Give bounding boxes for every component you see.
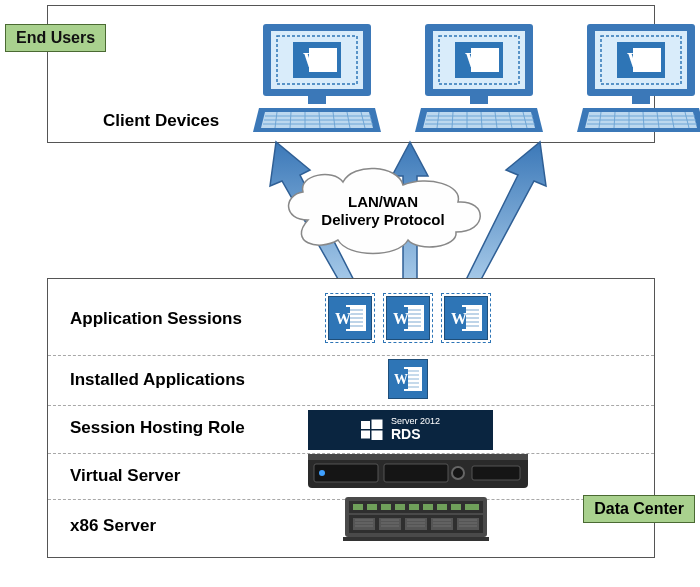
svg-rect-126	[343, 537, 489, 541]
delivery-cloud: LAN/WAN Delivery Protocol	[278, 175, 488, 255]
svg-rect-6	[308, 96, 326, 104]
svg-rect-98	[367, 504, 377, 510]
svg-rect-83	[361, 421, 370, 429]
svg-rect-84	[371, 420, 382, 430]
virtual-server-icon	[308, 452, 528, 492]
cloud-line2: Delivery Protocol	[321, 211, 444, 228]
client-device: W	[415, 22, 543, 137]
svg-rect-103	[437, 504, 447, 510]
svg-text:W: W	[465, 49, 485, 71]
svg-rect-40	[632, 96, 650, 104]
layer-label-virtual-server: Virtual Server	[70, 466, 180, 486]
svg-rect-99	[381, 504, 391, 510]
layer-label-x86-server: x86 Server	[70, 516, 156, 536]
layer-label-installed-apps: Installed Applications	[70, 370, 245, 390]
svg-rect-100	[395, 504, 405, 510]
svg-rect-85	[361, 431, 370, 439]
end-users-badge: End Users	[5, 24, 106, 52]
rds-role: RDS	[391, 427, 440, 442]
architecture-diagram: End Users Client Devices W	[0, 0, 700, 587]
svg-rect-23	[470, 96, 488, 104]
windows-logo-icon	[361, 419, 383, 441]
rds-badge: Server 2012 RDS	[308, 410, 493, 450]
svg-rect-104	[451, 504, 461, 510]
svg-text:W: W	[393, 310, 409, 327]
client-device: W	[253, 22, 381, 137]
session-word-icon: W	[383, 293, 433, 343]
svg-rect-105	[465, 504, 479, 510]
client-device: W	[577, 22, 700, 137]
cloud-line1: LAN/WAN	[348, 193, 418, 210]
x86-server-icon	[343, 495, 489, 543]
client-devices-label: Client Devices	[103, 111, 219, 131]
svg-rect-91	[384, 464, 448, 482]
svg-point-90	[319, 470, 325, 476]
session-word-icon: W	[441, 293, 491, 343]
session-icons-row: W W W	[325, 293, 491, 343]
svg-rect-88	[308, 454, 528, 460]
client-tier-box: Client Devices W	[47, 5, 655, 143]
svg-rect-101	[409, 504, 419, 510]
word-icon: W	[386, 296, 430, 340]
client-devices-row: W W	[253, 22, 649, 137]
svg-rect-97	[353, 504, 363, 510]
svg-text:W: W	[303, 49, 323, 71]
svg-rect-102	[423, 504, 433, 510]
installed-word-icon: W	[388, 359, 428, 399]
layer-label-app-sessions: Application Sessions	[70, 309, 242, 329]
layer-label-session-hosting: Session Hosting Role	[70, 418, 245, 438]
word-icon: W	[444, 296, 488, 340]
svg-rect-86	[371, 431, 382, 441]
cloud-label: LAN/WAN Delivery Protocol	[278, 193, 488, 229]
datacenter-box: Application Sessions W W W	[47, 278, 655, 558]
svg-text:W: W	[627, 49, 647, 71]
svg-text:W: W	[394, 372, 408, 387]
svg-rect-93	[472, 466, 520, 480]
data-center-badge: Data Center	[583, 495, 695, 523]
word-icon: W	[328, 296, 372, 340]
svg-text:W: W	[335, 310, 351, 327]
svg-point-92	[452, 467, 464, 479]
session-word-icon: W	[325, 293, 375, 343]
svg-text:W: W	[451, 310, 467, 327]
